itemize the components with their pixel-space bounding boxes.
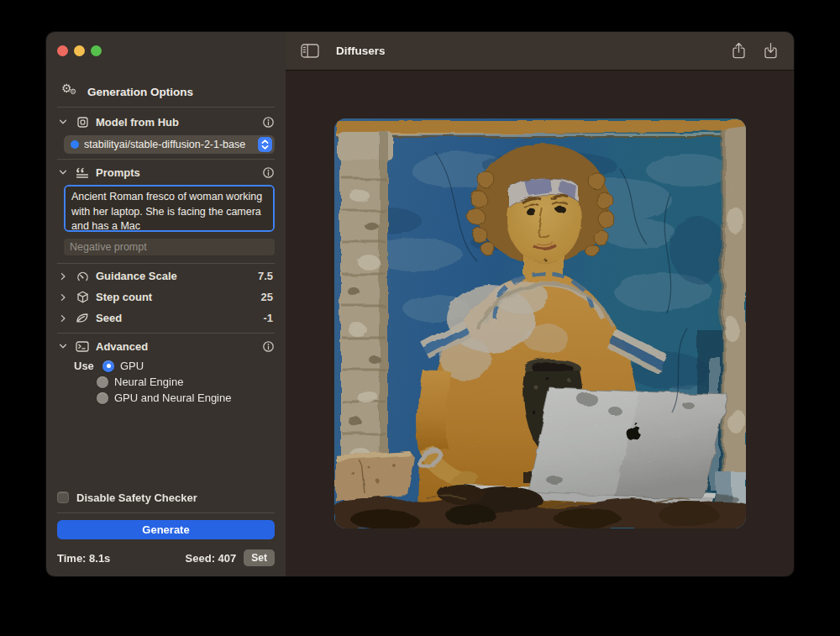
sidebar-spacer [57,406,275,489]
seed-row[interactable]: Seed -1 [57,307,275,329]
app-window: ⚙ ⚙ Generation Options Model from Hub st… [46,32,794,576]
model-status-dot [71,140,79,149]
radio-gpu-label: GPU [120,360,144,372]
use-label: Use [74,360,97,372]
advanced-section-row[interactable]: Advanced [57,336,275,356]
prompts-info-icon[interactable] [262,166,275,179]
sidebar-footer: Time: 8.1s Seed: 407 Set [57,549,275,566]
minimize-window-button[interactable] [74,45,85,56]
quote-icon [74,167,91,178]
safety-checker-row: Disable Safety Checker [57,489,275,506]
close-window-button[interactable] [57,45,68,56]
save-icon[interactable] [763,42,779,60]
set-seed-button[interactable]: Set [244,549,275,566]
seed-value: -1 [263,312,275,324]
terminal-icon [74,341,91,352]
time-readout: Time: 8.1s [57,552,110,565]
radio-gpu[interactable] [102,360,114,372]
chevron-down-icon [57,341,69,351]
cube-icon [74,291,91,303]
dial-icon [74,271,91,282]
model-chip-icon [74,116,91,129]
chevron-right-icon [57,313,69,323]
radio-gpu-and-neural-engine-label: GPU and Neural Engine [114,392,231,404]
seed-label: Seed [96,312,122,324]
main-content: Diffusers [286,32,794,576]
model-section-row[interactable]: Model from Hub [57,111,275,133]
radio-neural-engine-label: Neural Engine [114,376,183,388]
radio-row-neural-engine: Neural Engine [57,374,275,390]
divider [57,107,275,108]
zoom-window-button[interactable] [91,45,102,56]
step-count-value: 25 [261,291,275,303]
divider [57,159,275,160]
toggle-sidebar-button[interactable] [301,44,319,58]
leaf-icon [74,313,91,323]
generation-options-sidebar: ⚙ ⚙ Generation Options Model from Hub st… [46,32,286,576]
share-icon[interactable] [731,42,747,60]
chevron-down-icon [57,117,69,127]
radio-row-gpu-and-neural-engine: GPU and Neural Engine [57,390,275,406]
compute-unit-group: Use GPU Neural Engine GPU and Neural Eng… [57,358,275,406]
last-seed-readout: Seed: 407 [186,552,237,565]
advanced-info-icon[interactable] [262,340,275,353]
chevron-down-icon [57,167,69,177]
window-controls [57,32,275,56]
chevron-right-icon [57,292,69,302]
negative-prompt-input[interactable] [64,239,275,255]
toolbar: Diffusers [286,32,794,71]
chevron-right-icon [57,271,69,281]
step-count-row[interactable]: Step count 25 [57,286,275,307]
window-title: Diffusers [336,45,386,57]
prompts-section-row[interactable]: Prompts [57,162,275,182]
guidance-scale-label: Guidance Scale [96,270,177,282]
model-dropdown-value: stabilityai/stable-diffusion-2-1-base [84,139,253,150]
step-count-label: Step count [96,291,152,303]
toolbar-actions [731,42,779,60]
prompts-section-label: Prompts [96,166,140,179]
radio-gpu-and-neural-engine[interactable] [97,392,108,404]
generate-button[interactable]: Generate [57,520,275,539]
sidebar-header: ⚙ ⚙ Generation Options [57,84,275,99]
divider [57,263,275,264]
sidebar-title: Generation Options [87,86,193,98]
disable-safety-checker-label: Disable Safety Checker [76,491,197,504]
radio-row-gpu: Use GPU [57,358,275,374]
model-info-icon[interactable] [262,116,275,129]
radio-neural-engine[interactable] [97,376,108,388]
model-dropdown[interactable]: stabilityai/stable-diffusion-2-1-base [64,135,275,154]
prompt-input[interactable]: Ancient Roman fresco of woman working wi… [64,185,275,232]
image-canvas [286,71,794,576]
disable-safety-checker-checkbox[interactable] [57,491,69,503]
model-section-label: Model from Hub [96,116,179,129]
advanced-section-label: Advanced [96,340,148,353]
guidance-scale-value: 7.5 [258,270,275,282]
gears-icon: ⚙ ⚙ [61,84,80,99]
dropdown-stepper-icon [258,137,272,152]
divider [57,512,275,513]
generated-image [334,118,746,528]
divider [57,333,275,334]
guidance-scale-row[interactable]: Guidance Scale 7.5 [57,265,275,286]
